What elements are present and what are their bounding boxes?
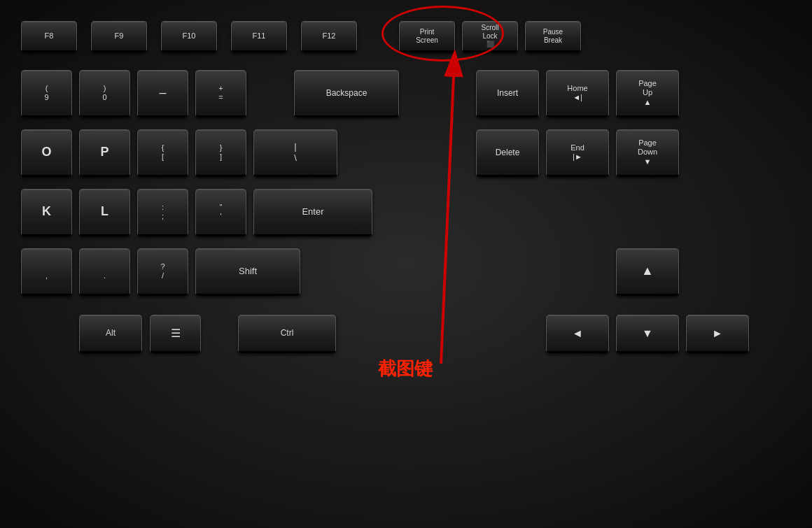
key-arrow-up[interactable]: ▲ [616,248,679,296]
key-arrow-down[interactable]: ▼ [616,315,679,353]
key-alt[interactable]: Alt [79,315,142,353]
key-scroll-lock[interactable]: ScrollLock⬛ [462,21,518,52]
key-end[interactable]: End|► [546,129,609,177]
key-9[interactable]: (9 [21,70,72,117]
key-quote[interactable]: "' [195,189,246,236]
key-f8[interactable]: F8 [21,21,77,52]
key-page-down[interactable]: PageDown▼ [616,129,679,177]
key-less-than[interactable]: , [21,248,72,296]
key-enter[interactable]: Enter [253,189,372,236]
key-backslash[interactable]: |\ [253,129,337,177]
key-k[interactable]: K [21,189,72,236]
key-insert[interactable]: Insert [476,70,539,117]
svg-line-1 [441,77,454,364]
key-f10[interactable]: F10 [161,21,217,52]
key-equals[interactable]: += [195,70,246,117]
key-left-brace[interactable]: {[ [137,129,188,177]
key-f9[interactable]: F9 [91,21,147,52]
key-f12[interactable]: F12 [301,21,357,52]
key-p[interactable]: P [79,129,130,177]
key-semicolon[interactable]: :; [137,189,188,236]
key-o[interactable]: O [21,129,72,177]
key-f11[interactable]: F11 [231,21,287,52]
key-greater-than[interactable]: . [79,248,130,296]
key-print-screen[interactable]: PrintScreen [399,21,455,52]
key-l[interactable]: L [79,189,130,236]
annotation-label: 截图键 [378,357,433,381]
key-ctrl[interactable]: Ctrl [238,315,336,353]
key-0[interactable]: )0 [79,70,130,117]
key-question[interactable]: ?/ [137,248,188,296]
key-shift[interactable]: Shift [195,248,300,296]
key-menu[interactable]: ☰ [150,315,201,353]
key-page-up[interactable]: PageUp▲ [616,70,679,117]
key-backspace[interactable]: Backspace [294,70,399,117]
key-minus[interactable]: – [137,70,188,117]
key-pause-break[interactable]: PauseBreak [525,21,581,52]
key-arrow-right[interactable]: ► [686,315,749,353]
key-delete[interactable]: Delete [476,129,539,177]
keyboard-background: F8 F9 F10 F11 F12 PrintScreen ScrollLock… [0,0,812,528]
key-right-brace[interactable]: }] [195,129,246,177]
key-home[interactable]: Home◄| [546,70,609,117]
key-arrow-left[interactable]: ◄ [546,315,609,353]
